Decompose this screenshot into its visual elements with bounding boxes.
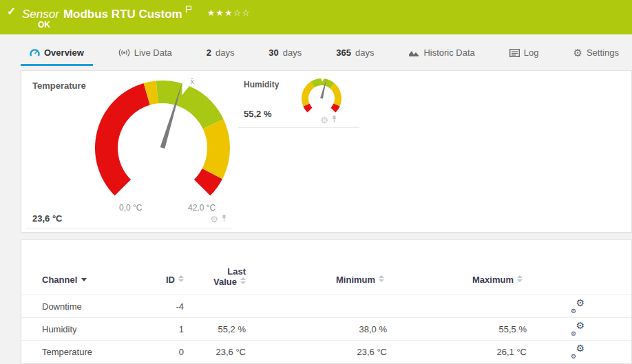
tab-label: days bbox=[215, 47, 234, 58]
table-row-temperature: Temperature023,6 °C23,6 °C26,1 °C⚙⚙ bbox=[21, 340, 631, 363]
sensor-header: ✓ SensorModbus RTU Custom ★★★☆☆ OK bbox=[0, 0, 632, 34]
gauge-scale-min: 0,0 °C bbox=[119, 203, 142, 213]
tab-365-days[interactable]: 365days bbox=[327, 41, 383, 66]
gear-icon[interactable]: ⚙ bbox=[210, 215, 218, 224]
tab-label: Live Data bbox=[134, 47, 172, 58]
temperature-gauge-tile: Temperature x̄ 0,0 °C 42,0 °C 23,6 °C ⚙ bbox=[25, 74, 232, 228]
tab-historic-data[interactable]: Historic Data bbox=[399, 41, 483, 66]
temperature-gauge: x̄ bbox=[89, 78, 237, 213]
sort-icon bbox=[517, 275, 523, 282]
table-body: Downtime-4⚙⚙Humidity155,2 %38,0 %55,5 %⚙… bbox=[21, 295, 631, 363]
humidity-gauge-tile: Humidity 55,2 % ⚙ bbox=[238, 74, 359, 128]
tab-label: days bbox=[355, 47, 374, 58]
mean-marker-label: x̄ bbox=[190, 78, 194, 85]
tab-overview[interactable]: Overview bbox=[21, 41, 93, 66]
column-header-last-value[interactable]: LastValue bbox=[213, 266, 246, 287]
tab-settings[interactable]: ⚙Settings bbox=[564, 41, 627, 66]
overview-panel: Temperature x̄ 0,0 °C 42,0 °C 23,6 °C ⚙ … bbox=[21, 70, 632, 233]
last-value: 23,6 °C bbox=[215, 347, 246, 357]
tab-label: days bbox=[283, 47, 302, 58]
status-badge: OK bbox=[38, 20, 50, 30]
sensor-title: Modbus RTU Custom bbox=[63, 8, 182, 21]
channel-table-panel: Channel ID LastValue Minimum Maximum Dow… bbox=[21, 239, 632, 364]
flag-icon bbox=[185, 3, 192, 16]
channel-name: Temperature bbox=[42, 347, 92, 357]
tab-live-data[interactable]: Live Data bbox=[109, 41, 181, 66]
column-header-maximum[interactable]: Maximum bbox=[472, 275, 523, 285]
humidity-value: 55,2 % bbox=[244, 109, 271, 119]
table-row-humidity: Humidity155,2 %38,0 %55,5 %⚙⚙ bbox=[21, 317, 631, 340]
minimum-value: 23,6 °C bbox=[357, 347, 387, 357]
tab-number: 30 bbox=[268, 47, 278, 58]
channel-name: Downtime bbox=[42, 301, 82, 312]
tab-log[interactable]: Log bbox=[501, 41, 548, 66]
edit-channel-gears-icon[interactable]: ⚙⚙ bbox=[571, 322, 584, 336]
gear-icon: ⚙ bbox=[573, 49, 582, 57]
pin-icon[interactable] bbox=[331, 114, 337, 126]
tab-number: 2 bbox=[207, 47, 211, 58]
tab-number: 365 bbox=[336, 47, 351, 58]
tab-label: Log bbox=[524, 47, 539, 58]
maximum-value: 55,5 % bbox=[499, 324, 527, 334]
edit-channel-gears-icon[interactable]: ⚙⚙ bbox=[571, 345, 584, 358]
sort-icon bbox=[379, 275, 384, 282]
broadcast-icon bbox=[118, 48, 130, 57]
gauge-icon bbox=[30, 48, 40, 57]
gear-icon[interactable]: ⚙ bbox=[320, 116, 328, 125]
channel-name: Humidity bbox=[42, 324, 77, 334]
column-header-channel[interactable]: Channel bbox=[42, 275, 87, 285]
log-icon bbox=[509, 49, 520, 57]
minimum-value: 38,0 % bbox=[359, 324, 387, 334]
channel-id: 1 bbox=[179, 324, 184, 334]
gauge-title-humidity: Humidity bbox=[244, 80, 279, 89]
tab-label: Settings bbox=[587, 47, 619, 58]
tab-label: Overview bbox=[44, 47, 84, 58]
maximum-value: 26,1 °C bbox=[496, 347, 527, 357]
chart-icon bbox=[408, 49, 419, 57]
last-value: 55,2 % bbox=[218, 324, 246, 334]
gauge-scale-max: 42,0 °C bbox=[188, 203, 215, 213]
column-header-id[interactable]: ID bbox=[166, 275, 184, 285]
pin-icon[interactable] bbox=[221, 213, 227, 225]
tab-30-days[interactable]: 30days bbox=[260, 41, 310, 66]
tab-bar: OverviewLive Data2days30days365daysHisto… bbox=[21, 41, 628, 66]
sort-desc-icon bbox=[81, 278, 87, 281]
column-header-minimum[interactable]: Minimum bbox=[336, 275, 384, 285]
gauge-title-temperature: Temperature bbox=[32, 81, 86, 91]
edit-channel-gears-icon[interactable]: ⚙⚙ bbox=[571, 299, 584, 313]
table-header-row: Channel ID LastValue Minimum Maximum bbox=[21, 240, 631, 295]
sort-icon bbox=[240, 277, 246, 284]
table-row-downtime: Downtime-4⚙⚙ bbox=[21, 295, 631, 317]
channel-id: 0 bbox=[179, 347, 184, 357]
priority-stars[interactable]: ★★★☆☆ bbox=[207, 8, 251, 18]
sort-icon bbox=[178, 275, 184, 282]
channel-id: -4 bbox=[176, 301, 184, 312]
sensor-kind-label: Sensor bbox=[22, 8, 59, 21]
tab-2-days[interactable]: 2days bbox=[198, 41, 244, 66]
temperature-value: 23,6 °C bbox=[32, 213, 63, 224]
ok-check-icon: ✓ bbox=[7, 5, 16, 18]
tab-label: Historic Data bbox=[423, 47, 474, 58]
